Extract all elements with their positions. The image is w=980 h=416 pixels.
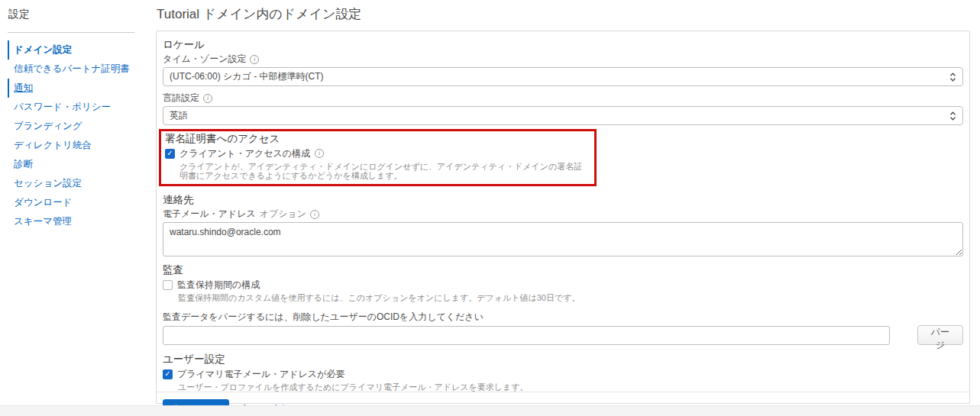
- client-access-checkbox-label: クライアント・アクセスの構成: [180, 148, 310, 159]
- client-access-checkbox[interactable]: ✓: [165, 149, 175, 159]
- purge-button[interactable]: パージ: [917, 325, 963, 345]
- primary-email-help-text: ユーザー・プロファイルを作成するためにプライマリ電子メール・アドレスを要求します…: [178, 382, 963, 392]
- audit-retention-checkbox[interactable]: [163, 280, 173, 290]
- language-selected-value: 英語: [170, 109, 188, 122]
- sidebar-item-trusted-partner-certificates[interactable]: 信頼できるパートナ証明書: [8, 60, 150, 79]
- timezone-info-icon[interactable]: i: [250, 55, 259, 64]
- timezone-selected-value: (UTC-06:00) シカゴ - 中部標準時(CT): [170, 70, 324, 83]
- email-label: 電子メール・アドレス オプション i: [163, 209, 963, 219]
- sidebar-item-notifications[interactable]: 通知: [8, 79, 150, 98]
- audit-retention-checkbox-row: 監査保持期間の構成: [163, 279, 963, 290]
- contact-section-heading: 連絡先: [163, 194, 963, 206]
- signing-cert-highlight-annotation: 署名証明書へのアクセス ✓ クライアント・アクセスの構成 i クライアントが、ア…: [159, 129, 597, 186]
- audit-retention-help-text: 監査保持期間のカスタム値を使用するには、このオプションをオンにします。デフォルト…: [178, 293, 963, 302]
- sidebar-title: 設定: [8, 8, 150, 21]
- language-select[interactable]: 英語: [163, 106, 963, 125]
- settings-sidebar: 設定 ドメイン設定 信頼できるパートナ証明書 通知 パスワード・ポリシー ブラン…: [0, 0, 150, 231]
- page-title: Tutorial ドメイン内のドメイン設定: [157, 5, 361, 23]
- audit-retention-checkbox-label: 監査保持期間の構成: [177, 279, 260, 290]
- select-updown-icon: [949, 72, 956, 82]
- optional-indicator: オプション: [260, 209, 306, 219]
- sidebar-item-diagnostics[interactable]: 診断: [8, 155, 150, 174]
- sidebar-item-branding[interactable]: ブランディング: [8, 117, 150, 136]
- sidebar-item-password-policy[interactable]: パスワード・ポリシー: [8, 98, 150, 117]
- audit-purge-label: 監査データをパージするには、削除したユーザーのOCIDを入力してください: [163, 312, 963, 322]
- primary-email-checkbox[interactable]: ✓: [163, 369, 173, 379]
- timezone-label: タイム・ゾーン設定 i: [163, 54, 963, 64]
- domain-settings-card: ロケール タイム・ゾーン設定 i (UTC-06:00) シカゴ - 中部標準時…: [156, 31, 970, 404]
- timezone-select[interactable]: (UTC-06:00) シカゴ - 中部標準時(CT): [163, 67, 963, 86]
- sidebar-item-downloads[interactable]: ダウンロード: [8, 193, 150, 212]
- user-settings-section-heading: ユーザー設定: [163, 353, 963, 366]
- select-updown-icon: [949, 111, 956, 121]
- client-access-help-text: クライアントが、アイデンティティ・ドメインにログインせずに、アイデンティティ・ド…: [180, 162, 590, 180]
- language-label: 言語設定 i: [163, 93, 963, 103]
- sidebar-item-schema-management[interactable]: スキーマ管理: [8, 212, 150, 231]
- email-address-textarea[interactable]: wataru.shindo@oracle.com: [163, 222, 963, 256]
- primary-email-checkbox-row: ✓ プライマリ電子メール・アドレスが必要: [163, 369, 963, 379]
- page-bottom-strip: [0, 405, 980, 416]
- audit-section-heading: 監査: [163, 264, 963, 276]
- primary-email-checkbox-label: プライマリ電子メール・アドレスが必要: [177, 369, 344, 379]
- client-access-checkbox-row: ✓ クライアント・アクセスの構成 i: [165, 148, 590, 159]
- client-access-info-icon[interactable]: i: [315, 149, 324, 158]
- audit-purge-ocid-input[interactable]: [163, 326, 890, 345]
- sidebar-item-domain-settings[interactable]: ドメイン設定: [8, 40, 150, 60]
- signing-cert-section-heading: 署名証明書へのアクセス: [165, 133, 590, 145]
- language-info-icon[interactable]: i: [203, 94, 212, 103]
- locale-section-heading: ロケール: [163, 39, 963, 51]
- email-info-icon[interactable]: i: [310, 210, 319, 219]
- sidebar-divider: [8, 32, 134, 33]
- sidebar-item-directory-integration[interactable]: ディレクトリ統合: [8, 136, 150, 155]
- sidebar-item-session-settings[interactable]: セッション設定: [8, 174, 150, 193]
- audit-purge-row: パージ: [163, 325, 963, 345]
